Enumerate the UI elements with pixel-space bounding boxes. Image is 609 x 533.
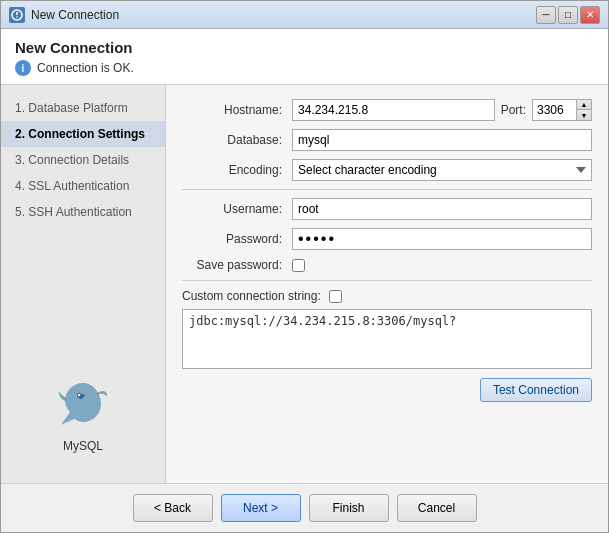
- window-title: New Connection: [31, 8, 119, 22]
- password-row: Password:: [182, 228, 592, 250]
- close-button[interactable]: ✕: [580, 6, 600, 24]
- test-connection-button[interactable]: Test Connection: [480, 378, 592, 402]
- save-password-checkbox[interactable]: [292, 259, 305, 272]
- sidebar-item-ssl-auth[interactable]: 4. SSL Authentication: [1, 173, 165, 199]
- encoding-label: Encoding:: [182, 163, 292, 177]
- title-bar-controls: ─ □ ✕: [536, 6, 600, 24]
- custom-conn-label: Custom connection string:: [182, 289, 329, 303]
- sidebar-item-connection-details[interactable]: 3. Connection Details: [1, 147, 165, 173]
- database-label: Database:: [182, 133, 292, 147]
- back-button[interactable]: < Back: [133, 494, 213, 522]
- sidebar-item-connection-settings[interactable]: 2. Connection Settings: [1, 121, 165, 147]
- username-label: Username:: [182, 202, 292, 216]
- separator-2: [182, 280, 592, 281]
- hostname-row: Hostname: Port: ▲ ▼: [182, 99, 592, 121]
- username-input[interactable]: [292, 198, 592, 220]
- conn-string-textarea[interactable]: jdbc:mysql://34.234.215.8:3306/mysql?: [182, 309, 592, 369]
- title-bar: New Connection ─ □ ✕: [1, 1, 608, 29]
- custom-conn-row: Custom connection string:: [182, 289, 592, 303]
- encoding-select[interactable]: Select character encoding UTF-8 Latin-1 …: [292, 159, 592, 181]
- status-row: i Connection is OK.: [15, 60, 594, 76]
- info-icon: i: [15, 60, 31, 76]
- mysql-logo-icon: [53, 375, 113, 435]
- password-input[interactable]: [292, 228, 592, 250]
- window-icon: [9, 7, 25, 23]
- save-password-row: Save password:: [182, 258, 592, 272]
- separator-1: [182, 189, 592, 190]
- sidebar-logo: MySQL: [1, 355, 165, 473]
- port-input-wrap: ▲ ▼: [532, 99, 592, 121]
- page-title: New Connection: [15, 39, 594, 56]
- username-row: Username:: [182, 198, 592, 220]
- sidebar-item-database-platform[interactable]: 1. Database Platform: [1, 95, 165, 121]
- maximize-button[interactable]: □: [558, 6, 578, 24]
- page-header: New Connection i Connection is OK.: [1, 29, 608, 85]
- logo-label: MySQL: [63, 439, 103, 453]
- encoding-row: Encoding: Select character encoding UTF-…: [182, 159, 592, 181]
- hostname-label: Hostname:: [182, 103, 292, 117]
- footer: < Back Next > Finish Cancel: [1, 483, 608, 532]
- window: New Connection ─ □ ✕ New Connection i Co…: [0, 0, 609, 533]
- sidebar-item-ssh-auth[interactable]: 5. SSH Authentication: [1, 199, 165, 225]
- cancel-button[interactable]: Cancel: [397, 494, 477, 522]
- main-panel: Hostname: Port: ▲ ▼ Database:: [166, 85, 608, 483]
- svg-point-2: [16, 16, 18, 18]
- database-row: Database:: [182, 129, 592, 151]
- title-bar-left: New Connection: [9, 7, 119, 23]
- status-text: Connection is OK.: [37, 61, 134, 75]
- port-spinner: ▲ ▼: [577, 99, 592, 121]
- port-increment-button[interactable]: ▲: [577, 100, 591, 110]
- custom-conn-checkbox[interactable]: [329, 290, 342, 303]
- svg-point-4: [78, 394, 80, 396]
- port-decrement-button[interactable]: ▼: [577, 110, 591, 120]
- port-label: Port:: [501, 103, 526, 117]
- save-password-label: Save password:: [182, 258, 292, 272]
- hostname-input-group: Port: ▲ ▼: [292, 99, 592, 121]
- password-label: Password:: [182, 232, 292, 246]
- database-input[interactable]: [292, 129, 592, 151]
- content-area: 1. Database Platform 2. Connection Setti…: [1, 85, 608, 483]
- port-input[interactable]: [532, 99, 577, 121]
- hostname-input[interactable]: [292, 99, 495, 121]
- next-button[interactable]: Next >: [221, 494, 301, 522]
- minimize-button[interactable]: ─: [536, 6, 556, 24]
- finish-button[interactable]: Finish: [309, 494, 389, 522]
- sidebar: 1. Database Platform 2. Connection Setti…: [1, 85, 166, 483]
